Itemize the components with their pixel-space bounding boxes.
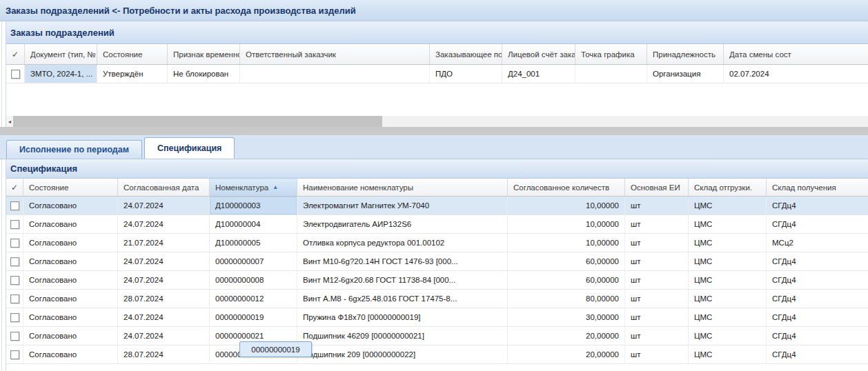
spec-cell-r5-c2[interactable]: 00000000012 <box>210 290 297 308</box>
spec-cell-r0-c6[interactable]: ЦМС <box>689 197 767 214</box>
spec-cell-r7-c5[interactable]: шт <box>625 327 689 345</box>
spec-cell-r1-c0[interactable]: Согласовано <box>23 215 118 233</box>
orders-column-header-3[interactable]: Ответственный заказчик <box>240 44 430 64</box>
tab-specification[interactable]: Спецификация <box>144 137 235 159</box>
spec-cell-r2-c4[interactable]: 10,00000 <box>508 234 625 252</box>
spec-cell-r2-c6[interactable]: ЦМС <box>689 234 767 252</box>
spec-cell-r8-c4[interactable]: 20,00000 <box>508 345 625 363</box>
spec-column-header-4[interactable]: Согласованное количеств <box>508 179 625 196</box>
spec-cell-r5-c3[interactable]: Винт А.М8 - 6gх25.48.016 ГОСТ 17475-8... <box>297 290 508 308</box>
orders-cell-r0-c0[interactable]: ЗМТО, 2024-1, ... <box>25 65 97 83</box>
spec-cell-r3-c6[interactable]: ЦМС <box>689 252 767 270</box>
spec-cell-r4-c1[interactable]: 24.07.2024 <box>118 271 210 289</box>
spec-cell-r5-c6[interactable]: ЦМС <box>689 290 767 308</box>
spec-cell-r4-c6[interactable]: ЦМС <box>689 271 767 289</box>
spec-column-header-7[interactable]: Склад получения <box>767 179 868 196</box>
orders-cell-r0-c3[interactable] <box>240 65 430 83</box>
spec-cell-r8-c6[interactable]: ЦМС <box>689 345 767 363</box>
orders-column-header-7[interactable]: Принадлежность <box>647 44 724 64</box>
spec-cell-r1-c2[interactable]: Д100000004 <box>210 215 297 233</box>
spec-cell-r7-c0[interactable]: Согласовано <box>23 327 118 345</box>
spec-cell-r3-c3[interactable]: Винт М10-6g?20.14Н ГОСТ 1476-93 [000... <box>297 252 508 270</box>
spec-cell-r2-c7[interactable]: МСц2 <box>767 234 868 252</box>
spec-row[interactable]: Согласовано21.07.2024Д100000005Отливка к… <box>6 234 868 252</box>
scrollbar-track[interactable] <box>13 116 868 127</box>
spec-row[interactable]: Согласовано28.07.202400000000012Винт А.М… <box>6 290 868 308</box>
orders-column-header-1[interactable]: Состояние <box>97 44 168 64</box>
spec-cell-r0-c2[interactable]: Д100000003 <box>210 197 297 214</box>
spec-cell-r7-c1[interactable]: 24.07.2024 <box>118 327 210 345</box>
spec-cell-r6-c1[interactable]: 24.07.2024 <box>118 308 210 326</box>
spec-cell-r4-c5[interactable]: шт <box>625 271 689 289</box>
spec-cell-r8-c5[interactable]: шт <box>625 345 689 363</box>
orders-column-header-6[interactable]: Точка графика <box>575 44 647 64</box>
spec-cell-r2-c0[interactable]: Согласовано <box>23 234 118 252</box>
spec-cell-r6-c0[interactable]: Согласовано <box>23 308 118 326</box>
spec-cell-r0-c4[interactable]: 10,00000 <box>508 197 625 214</box>
row-checkbox[interactable] <box>10 313 19 322</box>
spec-cell-r3-c0[interactable]: Согласовано <box>23 252 118 270</box>
panel-splitter[interactable] <box>0 127 868 135</box>
spec-cell-r1-c7[interactable]: СГДц4 <box>767 215 868 233</box>
spec-cell-r1-c3[interactable]: Электродвигатель АИР132S6 <box>297 215 508 233</box>
spec-cell-r4-c4[interactable]: 60,00000 <box>508 271 625 289</box>
orders-cell-r0-c4[interactable]: ПДО <box>430 65 502 83</box>
orders-cell-r0-c1[interactable]: Утверждён <box>97 65 168 83</box>
spec-cell-r0-c3[interactable]: Электромагнит Магнитек УМ-7040 <box>297 197 508 214</box>
spec-cell-r0-c0[interactable]: Согласовано <box>23 197 118 214</box>
spec-cell-r8-c1[interactable]: 28.07.2024 <box>118 345 210 363</box>
spec-cell-r0-c7[interactable]: СГДц4 <box>767 197 868 214</box>
spec-column-header-2[interactable]: Номенклатура▲ <box>210 179 297 196</box>
spec-row[interactable]: Согласовано24.07.202400000000021Подшипни… <box>6 327 868 345</box>
spec-cell-r2-c2[interactable]: Д100000005 <box>210 234 297 252</box>
row-checkbox[interactable] <box>10 294 19 303</box>
scrollbar-thumb[interactable] <box>13 116 382 127</box>
spec-cell-r4-c7[interactable]: СГДц4 <box>767 271 868 289</box>
spec-row[interactable]: Согласовано24.07.202400000000007Винт М10… <box>6 252 868 271</box>
spec-cell-r5-c4[interactable]: 80,00000 <box>508 290 625 308</box>
spec-cell-r1-c1[interactable]: 24.07.2024 <box>118 215 210 233</box>
row-checkbox[interactable] <box>10 239 19 248</box>
spec-cell-r3-c4[interactable]: 60,00000 <box>508 252 625 270</box>
spec-select-all-header[interactable]: ✓ <box>6 179 23 196</box>
orders-row[interactable]: ЗМТО, 2024-1, ...УтверждёнНе блокированП… <box>6 65 868 83</box>
spec-cell-r7-c4[interactable]: 20,00000 <box>508 327 625 345</box>
spec-cell-r6-c4[interactable]: 30,00000 <box>508 308 625 326</box>
spec-cell-r1-c5[interactable]: шт <box>625 215 689 233</box>
spec-cell-r6-c6[interactable]: ЦМС <box>689 308 767 326</box>
spec-cell-r1-c4[interactable]: 10,00000 <box>508 215 625 233</box>
spec-cell-r6-c3[interactable]: Пружина Ф18х70 [00000000019] <box>297 308 508 326</box>
spec-row[interactable]: Согласовано24.07.202400000000019Пружина … <box>6 308 868 327</box>
spec-row[interactable]: Согласовано24.07.2024Д100000004Электродв… <box>6 215 868 234</box>
spec-cell-r1-c6[interactable]: ЦМС <box>689 215 767 233</box>
orders-cell-r0-c5[interactable]: Д24_001 <box>502 65 575 83</box>
spec-column-header-0[interactable]: Состояние <box>23 179 118 196</box>
spec-cell-r3-c1[interactable]: 24.07.2024 <box>118 252 210 270</box>
spec-cell-r3-c2[interactable]: 00000000007 <box>210 252 297 270</box>
spec-row[interactable]: Согласовано28.07.202400000000022Подшипни… <box>6 345 868 364</box>
tab-execution-by-periods[interactable]: Исполнение по периодам <box>6 140 142 159</box>
spec-cell-r8-c0[interactable]: Согласовано <box>23 345 118 363</box>
spec-cell-r5-c0[interactable]: Согласовано <box>23 290 118 308</box>
spec-cell-r7-c7[interactable]: СГДц4 <box>767 327 868 345</box>
orders-select-all-header[interactable]: ✓ <box>6 44 25 64</box>
spec-row[interactable]: Согласовано24.07.202400000000008Винт М12… <box>6 271 868 290</box>
spec-cell-r5-c5[interactable]: шт <box>625 290 689 308</box>
spec-cell-r4-c0[interactable]: Согласовано <box>23 271 118 289</box>
row-checkbox[interactable] <box>10 350 19 359</box>
spec-column-header-1[interactable]: Согласованная дата <box>118 179 210 196</box>
spec-cell-r5-c7[interactable]: СГДц4 <box>767 290 868 308</box>
spec-cell-r8-c3[interactable]: Подшипник 209 [00000000022] <box>297 345 508 363</box>
row-checkbox[interactable] <box>10 201 19 210</box>
spec-cell-r7-c6[interactable]: ЦМС <box>689 327 767 345</box>
scroll-left-button[interactable]: ◄ <box>6 116 13 127</box>
spec-cell-r0-c5[interactable]: шт <box>625 197 689 214</box>
spec-row[interactable]: Согласовано24.07.2024Д100000003Электрома… <box>6 197 868 215</box>
orders-column-header-2[interactable]: Признак временно <box>168 44 240 64</box>
spec-cell-r7-c3[interactable]: Подшипник 46209 [00000000021] <box>297 327 508 345</box>
row-checkbox[interactable] <box>10 257 19 266</box>
horizontal-scrollbar[interactable]: ◄ <box>6 116 868 127</box>
spec-cell-r2-c3[interactable]: Отливка корпуса редуктора 001.00102 <box>297 234 508 252</box>
spec-cell-r6-c7[interactable]: СГДц4 <box>767 308 868 326</box>
spec-cell-r3-c5[interactable]: шт <box>625 252 689 270</box>
